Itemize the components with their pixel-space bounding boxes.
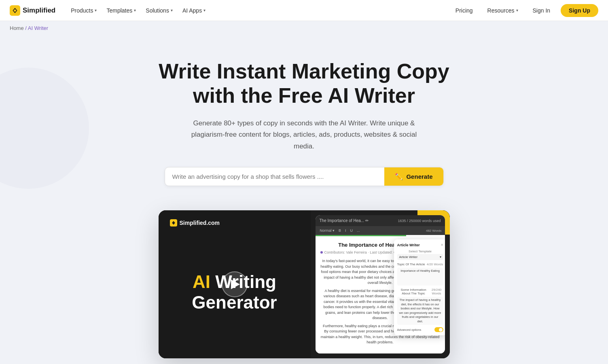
video-inner: Simplified.com AI Writing Generator The … [159, 210, 450, 358]
aw-info-row: Some Information About The Topic 29/240 … [397, 288, 443, 295]
nav-solutions[interactable]: Solutions ▾ [142, 5, 177, 16]
solutions-chevron-icon: ▾ [171, 8, 173, 13]
toolbar-italic[interactable]: I [344, 228, 347, 233]
resources-chevron-icon: ▾ [516, 8, 518, 13]
video-logo: Simplified.com [170, 219, 220, 226]
aw-select-chevron: ▾ [440, 255, 441, 259]
aw-info-value[interactable]: The impact of having a healthy diet, the… [397, 297, 443, 325]
hero-title: Write Instant Marketing Copy with the Fr… [146, 59, 462, 108]
main-nav: Simplified Products ▾ Templates ▾ Soluti… [0, 0, 608, 21]
video-left-panel: Simplified.com AI Writing Generator [159, 210, 311, 358]
ai-highlight: AI [193, 272, 210, 292]
ai-apps-chevron-icon: ▾ [203, 8, 205, 13]
breadcrumb-separator: / [25, 25, 27, 31]
nav-right: Pricing Resources ▾ Sign In Sign Up [451, 4, 598, 17]
hero-section: Write Instant Marketing Copy with the Fr… [0, 35, 608, 364]
aw-template-select[interactable]: Article Writer ▾ [397, 254, 443, 260]
nav-ai-apps[interactable]: AI Apps ▾ [178, 5, 210, 16]
search-bar: ✏️ Generate [165, 167, 444, 186]
hero-subtitle: Generate 80+ types of copy in seconds wi… [187, 118, 422, 153]
logo[interactable]: Simplified [10, 5, 55, 16]
doc-word-count: 1635 / 250000 words used [398, 219, 441, 223]
breadcrumb-home[interactable]: Home [10, 25, 24, 31]
logo-icon [10, 5, 20, 16]
aw-advanced-row: Advanced options [397, 327, 443, 332]
doc-dot [320, 251, 323, 254]
search-input[interactable] [165, 167, 385, 186]
play-icon [231, 279, 240, 289]
breadcrumb-current: AI Writer [28, 25, 48, 31]
templates-chevron-icon: ▾ [134, 8, 136, 13]
toolbar-more[interactable]: ... [356, 228, 361, 233]
logo-text: Simplified [23, 6, 55, 15]
toolbar-underline[interactable]: U [349, 228, 354, 233]
breadcrumb: Home / AI Writer [0, 21, 608, 35]
aw-advanced-label: Advanced options [397, 328, 422, 332]
nav-resources[interactable]: Resources ▾ [483, 5, 522, 16]
video-logo-icon [170, 219, 177, 226]
products-chevron-icon: ▾ [95, 8, 97, 13]
nav-pricing[interactable]: Pricing [451, 5, 477, 16]
doc-toolbar: Normal ▾ B I U ... 482 Words [316, 226, 445, 235]
toolbar-words: 482 Words [426, 229, 442, 233]
nav-links: Products ▾ Templates ▾ Solutions ▾ AI Ap… [67, 5, 451, 16]
doc-title: The Importance of Hea... ✏ [320, 218, 369, 223]
aw-header: Article Writer × [397, 243, 443, 247]
nav-templates[interactable]: Templates ▾ [102, 5, 140, 16]
aw-topic-value[interactable]: Importance of Healthy Eating [397, 268, 443, 286]
aw-close-button[interactable]: × [441, 243, 443, 247]
aw-topic-row: Topic Of The Article 4/20 Words [397, 262, 443, 266]
aw-title: Article Writer [397, 243, 420, 247]
nav-products[interactable]: Products ▾ [67, 5, 101, 16]
article-writer-panel: Article Writer × Select Template Article… [394, 239, 445, 335]
toolbar-normal[interactable]: Normal ▾ [319, 228, 336, 233]
video-logo-text: Simplified.com [180, 220, 220, 226]
generate-icon: ✏️ [395, 173, 403, 180]
signin-button[interactable]: Sign In [529, 5, 555, 16]
generate-button[interactable]: ✏️ Generate [384, 167, 443, 186]
play-button[interactable] [222, 271, 248, 297]
toolbar-bold[interactable]: B [337, 228, 342, 233]
aw-advanced-toggle[interactable] [434, 327, 443, 332]
signup-button[interactable]: Sign Up [561, 4, 598, 17]
doc-topbar: The Importance of Hea... ✏ 1635 / 250000… [316, 215, 445, 226]
video-right-panel: The Importance of Hea... ✏ 1635 / 250000… [316, 215, 445, 353]
video-preview: Simplified.com AI Writing Generator The … [159, 210, 450, 358]
aw-template-label: Select Template [397, 250, 443, 253]
